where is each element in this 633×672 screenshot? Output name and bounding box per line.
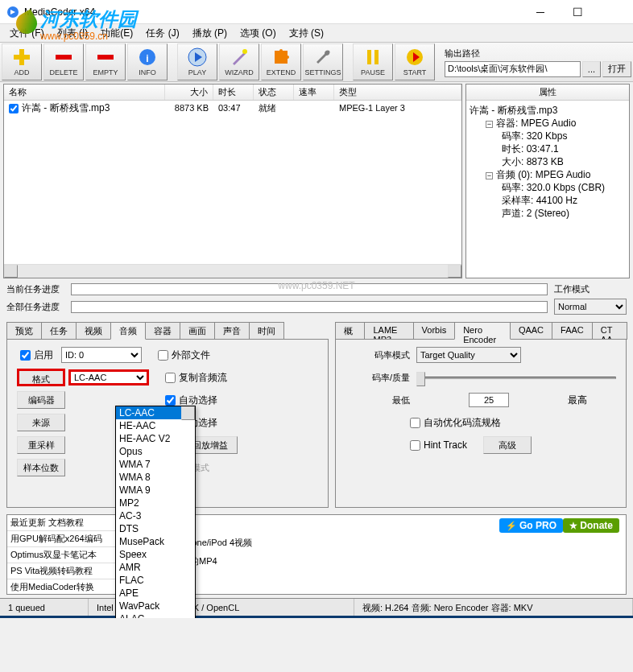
hint-label: Hint Track [424, 439, 467, 451]
info-button[interactable]: iINFO [127, 43, 168, 80]
tab-preview[interactable]: 预览 [6, 322, 42, 340]
opt-wma8[interactable]: WMA 8 [116, 471, 195, 484]
opt-dts[interactable]: DTS [116, 522, 195, 535]
resample-button[interactable]: 重采样 [17, 436, 65, 454]
opt-heaacv2[interactable]: HE-AAC V2 [116, 432, 195, 445]
opt-flac[interactable]: FLAC [116, 574, 195, 587]
menu-options[interactable]: 选项 (O) [234, 25, 283, 42]
collapse-icon[interactable]: − [486, 121, 493, 128]
tab-tasks[interactable]: 任务 [41, 322, 77, 340]
delete-button[interactable]: DELETE [43, 43, 84, 80]
opt-musepack[interactable]: MusePack [116, 535, 195, 548]
ratequality-label: 码率/质量 [345, 372, 410, 384]
auto1-checkbox[interactable] [165, 395, 176, 406]
start-icon [405, 47, 424, 67]
close-button[interactable]: ✕ [596, 0, 633, 24]
advanced-button[interactable]: 高级 [483, 436, 532, 454]
id-select[interactable]: ID: 0 [61, 347, 142, 363]
source-button[interactable]: 来源 [17, 414, 65, 431]
output-path-input[interactable] [445, 61, 581, 77]
tab-nero[interactable]: Nero Encoder [454, 322, 511, 340]
output-path-open[interactable]: 打开 [602, 61, 631, 77]
dropdown-scroll-up-icon[interactable] [181, 406, 195, 420]
opt-opus[interactable]: Opus [116, 445, 195, 458]
minimize-button[interactable]: ─ [522, 0, 559, 24]
hint-checkbox[interactable] [410, 440, 420, 451]
total-progress-bar [71, 301, 548, 313]
enable-checkbox[interactable] [20, 350, 31, 361]
scroll-left-icon[interactable] [4, 265, 18, 278]
play-button[interactable]: PLAY [177, 43, 217, 80]
tab-sound[interactable]: 声音 [214, 322, 250, 340]
enable-label: 启用 [34, 349, 53, 361]
tab-container[interactable]: 容器 [145, 322, 180, 340]
opt-wavpack[interactable]: WavPack [116, 600, 195, 612]
quality-slider[interactable] [416, 369, 616, 385]
start-button[interactable]: START [395, 43, 435, 80]
menu-support[interactable]: 支持 (S) [283, 25, 330, 42]
file-row[interactable]: 许嵩 - 断桥残雪.mp3 8873 KB 03:47 就绪 MPEG-1 La… [4, 101, 461, 115]
file-name: 许嵩 - 断桥残雪.mp3 [22, 102, 110, 113]
low-label: 最低 [345, 394, 410, 406]
opt-alac[interactable]: ALAC [116, 612, 195, 618]
file-checkbox[interactable] [9, 104, 19, 113]
tab-time[interactable]: 时间 [249, 322, 284, 340]
empty-button[interactable]: EMPTY [85, 43, 126, 80]
info-panel: 활 Phone/iPod 4视频 式的MP4 ⚡ Go PRO ★ Donate [174, 514, 627, 595]
extend-button[interactable]: EXTEND [261, 43, 301, 80]
horizontal-scrollbar[interactable] [4, 264, 461, 278]
scroll-right-icon[interactable] [448, 265, 461, 278]
opt-wma9[interactable]: WMA 9 [116, 484, 195, 497]
menu-task[interactable]: 任务 (J) [139, 25, 185, 42]
tab-qaac[interactable]: QAAC [510, 322, 552, 340]
opt-wma7[interactable]: WMA 7 [116, 458, 195, 471]
wizard-button[interactable]: WIZARD [219, 43, 259, 80]
format-dropdown[interactable]: LC-AAC HE-AAC HE-AAC V2 Opus WMA 7 WMA 8… [115, 406, 196, 618]
encoder-button[interactable]: 编码器 [17, 391, 65, 409]
bits-button[interactable]: 样本位数 [17, 459, 65, 476]
menu-play[interactable]: 播放 (P) [186, 25, 234, 42]
add-button[interactable]: ADD [2, 43, 42, 80]
tab-audio[interactable]: 音频 [110, 322, 146, 340]
info-item[interactable]: Phone/iPod 4视频 [175, 534, 626, 552]
maximize-button[interactable]: ☐ [559, 0, 596, 24]
tab-vorbis[interactable]: Vorbis [413, 322, 456, 340]
format-button[interactable]: 格式 [17, 369, 65, 386]
opt-heaac[interactable]: HE-AAC [116, 419, 195, 432]
donate-button[interactable]: ★ Donate [563, 518, 619, 533]
col-status[interactable]: 状态 [254, 85, 294, 100]
empty-icon [96, 47, 115, 67]
copystream-checkbox[interactable] [165, 373, 176, 383]
tab-video[interactable]: 视频 [76, 322, 111, 340]
ratemode-select[interactable]: Target Quality [416, 347, 521, 363]
workmode-select[interactable]: Normal [554, 299, 627, 315]
output-path-browse[interactable]: ... [582, 61, 601, 77]
tab-summary[interactable]: 概要 [335, 322, 365, 340]
tab-picture[interactable]: 画面 [180, 322, 215, 340]
file-status: 就绪 [254, 102, 294, 114]
col-size[interactable]: 大小 [165, 85, 213, 100]
gopro-button[interactable]: ⚡ Go PRO [499, 518, 563, 533]
opt-ac3[interactable]: AC-3 [116, 509, 195, 522]
tab-faac[interactable]: FAAC [552, 322, 593, 340]
col-name[interactable]: 名称 [4, 85, 165, 100]
collapse-icon[interactable]: − [486, 172, 493, 179]
info-item[interactable]: 式的MP4 [175, 552, 626, 571]
col-rate[interactable]: 速率 [294, 85, 334, 100]
properties-panel: 属性 许嵩 - 断桥残雪.mp3 −容器: MPEG Audio 码率: 320… [465, 84, 630, 278]
format-select[interactable]: LC-AAC [68, 369, 149, 385]
pause-button[interactable]: PAUSE [353, 43, 393, 80]
autoopt-checkbox[interactable] [410, 418, 420, 428]
settings-button[interactable]: SETTINGS [303, 43, 343, 80]
tab-lame[interactable]: LAME MP3 [364, 322, 413, 340]
opt-amr[interactable]: AMR [116, 561, 195, 574]
opt-speex[interactable]: Speex [116, 548, 195, 561]
col-duration[interactable]: 时长 [213, 85, 254, 100]
extfile-checkbox[interactable] [158, 350, 168, 361]
tab-ctaa[interactable]: CT AA [592, 322, 627, 340]
opt-ape[interactable]: APE [116, 587, 195, 600]
properties-tree[interactable]: 许嵩 - 断桥残雪.mp3 −容器: MPEG Audio 码率: 320 Kb… [466, 101, 629, 278]
opt-mp2[interactable]: MP2 [116, 497, 195, 509]
col-type[interactable]: 类型 [334, 85, 461, 100]
quality-input[interactable] [469, 393, 509, 407]
